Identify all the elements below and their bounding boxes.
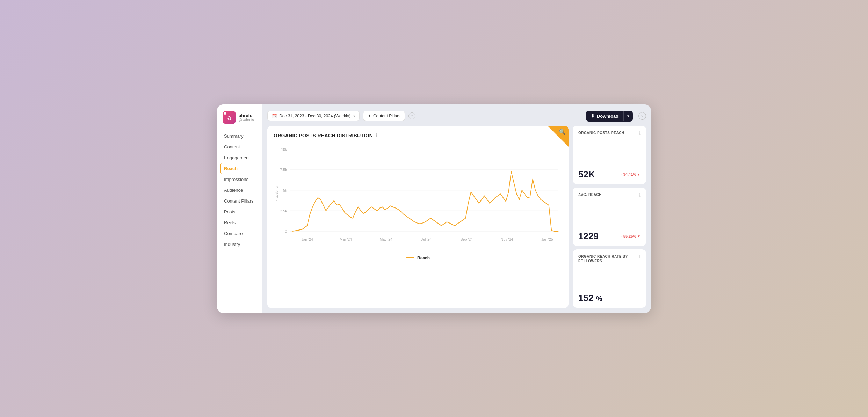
svg-text:May '24: May '24 bbox=[379, 237, 392, 241]
stat-value-3: 152 % bbox=[578, 293, 602, 303]
legend-label-reach: Reach bbox=[417, 256, 430, 261]
stat-value-2: 1229 bbox=[578, 231, 599, 242]
sidebar-item-reels[interactable]: Reels bbox=[220, 218, 260, 228]
chart-legend: Reach bbox=[274, 256, 562, 261]
calendar-icon: 📅 bbox=[272, 114, 277, 118]
chart-title-row: ORGANIC POSTS REACH DISTRIBUTION ℹ bbox=[274, 133, 562, 138]
sidebar-item-impressions[interactable]: Impressions bbox=[220, 174, 260, 184]
brand-logo-letter: a bbox=[227, 114, 231, 122]
search-icon: 🔍 bbox=[559, 129, 566, 135]
download-button[interactable]: ⬇ Download ▾ bbox=[586, 111, 633, 122]
stat-value-1: 52K bbox=[578, 169, 595, 180]
stat-card-header-2: AVG. REACH ℹ bbox=[578, 192, 641, 198]
date-range-picker[interactable]: 📅 Dec 31, 2023 - Dec 30, 2024 (Weekly) ▾ bbox=[267, 111, 360, 121]
brand-name: ahrefs bbox=[239, 113, 254, 118]
sidebar-item-summary[interactable]: Summary bbox=[220, 131, 260, 141]
chevron-down-icon: ▾ bbox=[353, 114, 355, 118]
sidebar-item-reach[interactable]: Reach bbox=[220, 163, 260, 174]
stat-title-3: ORGANIC REACH RATE BY FOLLOWERS bbox=[578, 254, 631, 263]
stat-title-2: AVG. REACH bbox=[578, 192, 602, 197]
svg-text:Jan '25: Jan '25 bbox=[541, 237, 553, 241]
stat-card-header-3: ORGANIC REACH RATE BY FOLLOWERS ℹ bbox=[578, 254, 641, 263]
chart-svg: 10k 7.5k 5k 2.5k 0 # actions Jan '24 Mar… bbox=[274, 142, 562, 254]
chart-svg-wrapper: 10k 7.5k 5k 2.5k 0 # actions Jan '24 Mar… bbox=[274, 142, 562, 254]
stat-card-header-1: ORGANIC POSTS REACH ℹ bbox=[578, 131, 641, 136]
sidebar-item-audience[interactable]: Audience bbox=[220, 185, 260, 195]
stat-info-icon-3[interactable]: ℹ bbox=[639, 254, 641, 259]
svg-text:5k: 5k bbox=[283, 188, 287, 192]
stat-values-2: 1229 - 55.25% ▼ bbox=[578, 231, 641, 242]
brand-handle: @ /ahrefs bbox=[239, 118, 254, 122]
svg-text:2.5k: 2.5k bbox=[280, 208, 287, 213]
date-range-label: Dec 31, 2023 - Dec 30, 2024 (Weekly) bbox=[279, 114, 350, 118]
toolbar: 📅 Dec 31, 2023 - Dec 30, 2024 (Weekly) ▾… bbox=[267, 111, 646, 122]
stat-card-avg-reach: AVG. REACH ℹ 1229 - 55.25% ▼ bbox=[573, 188, 646, 246]
instagram-dot bbox=[224, 112, 226, 115]
svg-text:0: 0 bbox=[285, 229, 287, 233]
sidebar-item-engagement[interactable]: Engagement bbox=[220, 153, 260, 163]
chart-title: ORGANIC POSTS REACH DISTRIBUTION bbox=[274, 133, 373, 138]
stats-panel: ORGANIC POSTS REACH ℹ 52K - 34.41% ▼ A bbox=[573, 126, 646, 308]
stat-values-3: 152 % bbox=[578, 293, 641, 303]
help-icon-1[interactable]: ? bbox=[408, 112, 415, 119]
main-chart-card: 🔍 ORGANIC POSTS REACH DISTRIBUTION ℹ bbox=[267, 126, 569, 308]
main-content: 📅 Dec 31, 2023 - Dec 30, 2024 (Weekly) ▾… bbox=[262, 104, 651, 313]
sidebar-item-content[interactable]: Content bbox=[220, 142, 260, 152]
stat-change-text-2: - 55.25% bbox=[621, 234, 636, 239]
download-dropdown-arrow[interactable]: ▾ bbox=[624, 111, 633, 121]
download-label: Download bbox=[597, 114, 619, 119]
download-btn-main[interactable]: ⬇ Download bbox=[586, 111, 623, 122]
content-pillars-button[interactable]: ✦ Content Pillars bbox=[363, 111, 405, 121]
chart-info-icon[interactable]: ℹ bbox=[376, 133, 377, 138]
stat-value-3-number: 152 bbox=[578, 293, 593, 303]
stat-change-1: - 34.41% ▼ bbox=[621, 172, 641, 176]
charts-row: 🔍 ORGANIC POSTS REACH DISTRIBUTION ℹ bbox=[267, 126, 646, 308]
stat-change-2: - 55.25% ▼ bbox=[621, 234, 641, 239]
stat-change-arrow-1: ▼ bbox=[637, 173, 641, 176]
stat-info-icon-2[interactable]: ℹ bbox=[639, 192, 641, 198]
svg-text:10k: 10k bbox=[281, 147, 287, 152]
svg-text:7.5k: 7.5k bbox=[280, 167, 287, 172]
svg-text:Mar '24: Mar '24 bbox=[340, 237, 352, 241]
sidebar-item-content-pillars[interactable]: Content Pillars bbox=[220, 196, 260, 206]
sidebar: a ahrefs @ /ahrefs Summary Content Engag… bbox=[217, 104, 262, 313]
svg-text:Sep '24: Sep '24 bbox=[461, 237, 473, 241]
stat-card-organic-posts-reach: ORGANIC POSTS REACH ℹ 52K - 34.41% ▼ bbox=[573, 126, 646, 184]
sidebar-item-industry[interactable]: Industry bbox=[220, 239, 260, 249]
stat-change-arrow-2: ▼ bbox=[637, 234, 641, 238]
sidebar-item-compare[interactable]: Compare bbox=[220, 228, 260, 239]
brand: a ahrefs @ /ahrefs bbox=[217, 111, 262, 131]
legend-line-reach bbox=[406, 257, 414, 258]
brand-info: ahrefs @ /ahrefs bbox=[239, 113, 254, 122]
stat-change-text-1: - 34.41% bbox=[621, 172, 636, 176]
svg-text:Jan '24: Jan '24 bbox=[301, 237, 313, 241]
app-container: a ahrefs @ /ahrefs Summary Content Engag… bbox=[217, 104, 651, 313]
stat-card-reach-rate: ORGANIC REACH RATE BY FOLLOWERS ℹ 152 % bbox=[573, 249, 646, 308]
stat-title-1: ORGANIC POSTS REACH bbox=[578, 131, 624, 135]
sidebar-nav: Summary Content Engagement Reach Impress… bbox=[217, 131, 262, 249]
svg-text:Nov '24: Nov '24 bbox=[501, 237, 513, 241]
brand-logo: a bbox=[223, 111, 236, 124]
svg-text:Jul '24: Jul '24 bbox=[421, 237, 432, 241]
help-icon-2[interactable]: ? bbox=[638, 112, 646, 120]
stat-unit-3: % bbox=[596, 295, 602, 302]
stat-info-icon-1[interactable]: ℹ bbox=[639, 131, 641, 136]
svg-text:# actions: # actions bbox=[275, 186, 278, 202]
content-pillars-label: Content Pillars bbox=[373, 114, 400, 118]
sidebar-item-posts[interactable]: Posts bbox=[220, 207, 260, 217]
stat-values-1: 52K - 34.41% ▼ bbox=[578, 169, 641, 180]
download-icon: ⬇ bbox=[591, 114, 595, 119]
sparkle-icon: ✦ bbox=[368, 114, 371, 118]
